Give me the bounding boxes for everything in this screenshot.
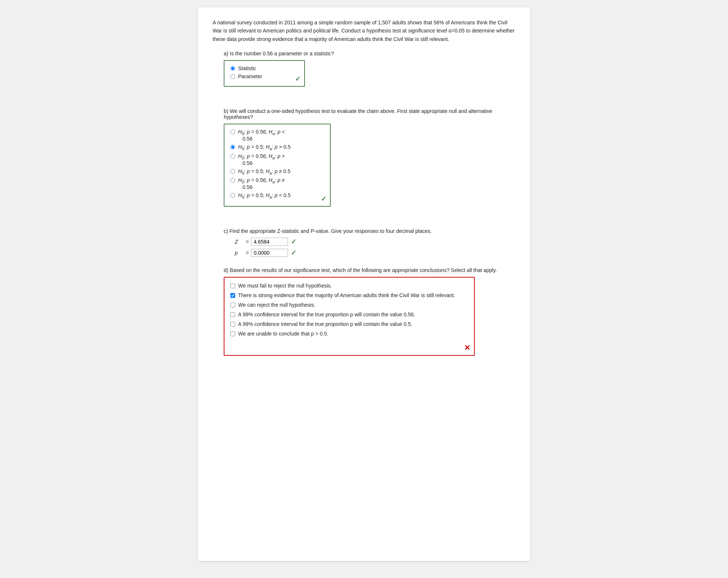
label-d3: We can reject the null hypothesis. (238, 302, 315, 308)
checkbox-d2[interactable] (230, 293, 235, 298)
option-b5[interactable]: H0: p = 0.56; Ha: p ≠ 0.56 (230, 177, 324, 190)
label-b3: H0: p = 0.56; Ha: p > 0.56 (238, 153, 285, 166)
radio-b5[interactable] (230, 178, 235, 183)
label-b2: H0: p = 0.5; Ha: p > 0.5 (238, 144, 291, 151)
part-a-section: a) Is the number 0.56 a parameter or a s… (213, 51, 515, 98)
part-b-label: b) We will conduct a one-sided hypothesi… (224, 108, 515, 120)
z-checkmark: ✓ (291, 238, 296, 246)
part-b-answer-box: H0: p = 0.56; Ha: p < 0.56 H0: p = 0.5; … (224, 124, 331, 207)
z-row: Z = ✓ (235, 238, 515, 246)
option-d2[interactable]: There is strong evidence that the majori… (230, 292, 468, 298)
radio-b3[interactable] (230, 154, 235, 159)
option-d3[interactable]: We can reject the null hypothesis. (230, 302, 468, 308)
option-parameter-label: Parameter (238, 73, 262, 79)
radio-statistic[interactable] (230, 66, 235, 71)
label-b6: H0: p = 0.5; Ha: p < 0.5 (238, 192, 291, 199)
option-b4[interactable]: H0: p = 0.5; Ha: p ≠ 0.5 (230, 168, 324, 175)
z-equals: = (246, 239, 249, 245)
checkbox-d6[interactable] (230, 331, 235, 336)
checkbox-d3[interactable] (230, 303, 235, 307)
part-d-xmark: ✕ (464, 343, 470, 352)
option-b2[interactable]: H0: p = 0.5; Ha: p > 0.5 (230, 144, 324, 151)
z-label: Z (235, 239, 246, 245)
option-statistic-label: Statistic (238, 65, 256, 71)
p-row: p = ✓ (235, 249, 515, 257)
z-input[interactable] (251, 238, 288, 246)
radio-parameter[interactable] (230, 74, 235, 79)
p-label: p (235, 250, 246, 256)
label-d4: A 99% confidence interval for the true p… (238, 312, 415, 317)
part-b-section: b) We will conduct a one-sided hypothesi… (213, 108, 515, 218)
intro-text: A national survey conducted in 2011 amon… (213, 18, 515, 43)
option-d6[interactable]: We are unable to conclude that p > 0.5. (230, 331, 468, 337)
checkbox-d5[interactable] (230, 322, 235, 327)
p-equals: = (246, 250, 249, 256)
part-a-label: a) Is the number 0.56 a parameter or a s… (224, 51, 515, 56)
option-d4[interactable]: A 99% confidence interval for the true p… (230, 312, 468, 317)
label-d6: We are unable to conclude that p > 0.5. (238, 331, 329, 337)
label-b1: H0: p = 0.56; Ha: p < 0.56 (238, 129, 285, 142)
radio-b4[interactable] (230, 169, 235, 174)
option-d1[interactable]: We must fail to reject the null hypothes… (230, 283, 468, 289)
option-d5[interactable]: A 99% confidence interval for the true p… (230, 321, 468, 327)
option-statistic[interactable]: Statistic (230, 65, 298, 71)
label-d1: We must fail to reject the null hypothes… (238, 283, 332, 289)
part-d-section: d) Based on the results of our significa… (213, 267, 515, 367)
part-c-inputs: Z = ✓ p = ✓ (235, 238, 515, 257)
checkbox-d1[interactable] (230, 283, 235, 288)
part-a-answer-box: Statistic Parameter ✓ (224, 60, 305, 87)
p-checkmark: ✓ (291, 249, 296, 257)
p-input[interactable] (251, 249, 288, 257)
label-b5: H0: p = 0.56; Ha: p ≠ 0.56 (238, 177, 285, 190)
main-page: A national survey conducted in 2011 amon… (198, 7, 530, 561)
label-b4: H0: p = 0.5; Ha: p ≠ 0.5 (238, 168, 291, 175)
radio-b6[interactable] (230, 193, 235, 198)
part-b-checkmark: ✓ (321, 195, 326, 203)
option-b3[interactable]: H0: p = 0.56; Ha: p > 0.56 (230, 153, 324, 166)
radio-b2[interactable] (230, 145, 235, 149)
label-d5: A 99% confidence interval for the true p… (238, 321, 412, 327)
option-b6[interactable]: H0: p = 0.5; Ha: p < 0.5 (230, 192, 324, 199)
checkbox-d4[interactable] (230, 312, 235, 317)
part-d-answer-box: We must fail to reject the null hypothes… (224, 277, 475, 356)
part-c-label: c) Find the appropriate Z-statistic and … (224, 228, 515, 234)
part-d-label: d) Based on the results of our significa… (224, 267, 515, 273)
option-b1[interactable]: H0: p = 0.56; Ha: p < 0.56 (230, 129, 324, 142)
part-a-checkmark: ✓ (295, 75, 301, 83)
radio-b1[interactable] (230, 130, 235, 134)
part-c-section: c) Find the appropriate Z-statistic and … (213, 228, 515, 257)
label-d2: There is strong evidence that the majori… (238, 292, 455, 298)
option-parameter[interactable]: Parameter (230, 73, 298, 79)
